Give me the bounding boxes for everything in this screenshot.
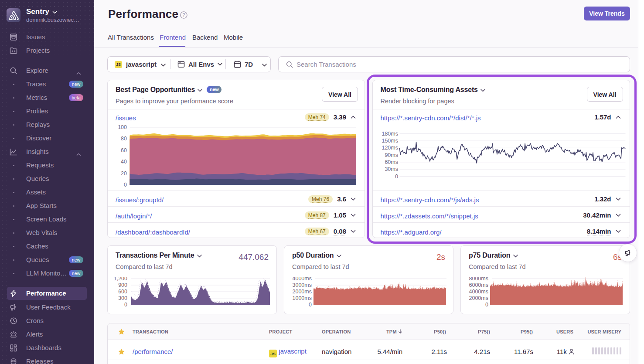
svg-text:900: 900 — [118, 282, 127, 288]
svg-text:30ms: 30ms — [385, 166, 398, 172]
svg-text:150ms: 150ms — [382, 138, 398, 144]
svg-text:60: 60 — [121, 147, 127, 153]
svg-text:100: 100 — [118, 124, 127, 130]
svg-text:4000ms: 4000ms — [293, 277, 312, 282]
svg-text:20: 20 — [121, 170, 127, 177]
svg-text:0: 0 — [485, 302, 488, 308]
svg-text:80: 80 — [121, 136, 127, 142]
svg-text:1,200: 1,200 — [114, 277, 127, 282]
svg-text:2000ms: 2000ms — [469, 295, 488, 301]
svg-text:0: 0 — [124, 302, 127, 308]
svg-text:0: 0 — [309, 302, 312, 308]
svg-text:600: 600 — [118, 289, 127, 295]
svg-text:6000ms: 6000ms — [469, 282, 488, 288]
svg-text:8000ms: 8000ms — [469, 277, 488, 282]
svg-text:60ms: 60ms — [385, 159, 398, 165]
svg-text:40: 40 — [121, 159, 127, 165]
svg-text:0: 0 — [395, 173, 398, 180]
svg-text:90ms: 90ms — [385, 152, 398, 158]
svg-text:4000ms: 4000ms — [469, 289, 488, 295]
svg-text:120ms: 120ms — [382, 145, 398, 151]
svg-text:2000ms: 2000ms — [293, 289, 312, 295]
svg-text:?: ? — [183, 12, 185, 17]
svg-text:180ms: 180ms — [382, 131, 398, 137]
svg-text:1000ms: 1000ms — [293, 295, 312, 301]
svg-text:3000ms: 3000ms — [293, 282, 312, 288]
svg-text:0: 0 — [124, 182, 127, 188]
svg-text:300: 300 — [118, 295, 127, 301]
